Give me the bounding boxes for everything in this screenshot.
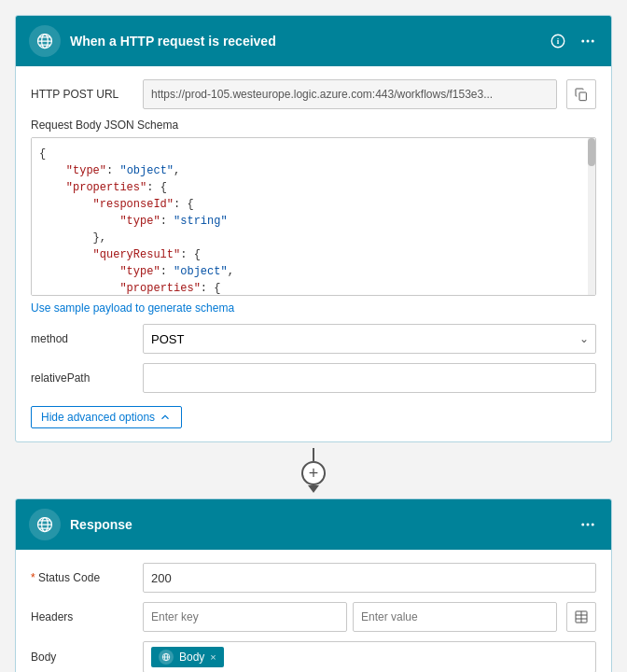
relative-path-label: relativePath: [31, 371, 133, 385]
card2-header: Response: [16, 499, 611, 550]
http-request-card: When a HTTP request is received i: [15, 15, 612, 442]
svg-text:i: i: [557, 36, 560, 46]
info-button[interactable]: i: [548, 31, 568, 51]
svg-point-18: [592, 524, 594, 526]
plus-label: +: [309, 465, 319, 482]
schema-line-4: "responseId": {: [39, 196, 588, 213]
headers-row: Headers: [31, 602, 596, 632]
schema-line-3: "properties": {: [39, 179, 588, 196]
status-code-label: Status Code: [31, 571, 133, 584]
card2-actions: [578, 514, 598, 535]
card2-title: Response: [70, 517, 568, 532]
body-field[interactable]: Body ×: [143, 641, 596, 672]
svg-point-16: [581, 524, 584, 526]
sample-payload-link[interactable]: Use sample payload to generate schema: [31, 301, 234, 315]
schema-line-8: "type": "object",: [39, 263, 588, 280]
body-chip-close[interactable]: ×: [210, 652, 216, 663]
more-button-card1[interactable]: [578, 31, 598, 51]
card1-title: When a HTTP request is received: [70, 34, 538, 49]
globe-icon: [35, 32, 54, 50]
schema-line-2: "type": "object",: [39, 162, 588, 179]
schema-scrollbar-thumb[interactable]: [588, 138, 595, 166]
headers-label: Headers: [31, 610, 133, 623]
body-chip-label: Body: [179, 651, 204, 664]
headers-inputs: [143, 602, 557, 632]
schema-line-6: },: [39, 230, 588, 246]
add-header-button[interactable]: [566, 602, 596, 632]
schema-scrollbar-track: [588, 138, 595, 295]
workflow-canvas: When a HTTP request is received i: [15, 15, 612, 672]
svg-point-17: [587, 524, 590, 526]
schema-line-5: "type": "string": [39, 213, 588, 230]
card1-body: HTTP POST URL https://prod-105.westeurop…: [16, 66, 611, 441]
method-label: method: [31, 332, 133, 345]
body-chip-icon: [159, 650, 174, 665]
connector-line-top: [313, 448, 314, 461]
header-key-input[interactable]: [143, 602, 347, 632]
hide-advanced-button[interactable]: Hide advanced options: [31, 406, 182, 428]
card1-header: When a HTTP request is received i: [16, 16, 611, 66]
schema-line-1: {: [39, 146, 588, 162]
url-label: HTTP POST URL: [31, 88, 133, 101]
svg-point-9: [592, 40, 594, 43]
ellipsis-icon-card2: [579, 516, 596, 533]
svg-rect-10: [579, 92, 586, 101]
url-value: https://prod-105.westeurope.logic.azure.…: [143, 79, 557, 109]
chevron-up-icon: [159, 411, 172, 424]
schema-label: Request Body JSON Schema: [31, 119, 596, 132]
body-row: Body Body ×: [31, 641, 596, 672]
add-action-button[interactable]: +: [301, 461, 326, 485]
relative-path-input[interactable]: [143, 363, 596, 393]
table-icon: [574, 609, 589, 624]
svg-point-8: [587, 40, 590, 43]
schema-line-9: "properties": {: [39, 280, 588, 296]
card1-actions: i: [548, 31, 598, 51]
body-chip: Body ×: [151, 647, 224, 667]
info-icon: i: [550, 33, 566, 49]
method-select-wrapper: GET POST PUT DELETE PATCH ⌄: [143, 324, 596, 354]
hide-advanced-label: Hide advanced options: [41, 411, 155, 424]
status-code-row: Status Code: [31, 563, 596, 593]
connector-arrow: [308, 485, 319, 493]
copy-icon: [574, 87, 589, 102]
response-card: Response Status Code Headers: [15, 498, 612, 672]
schema-line-7: "queryResult": {: [39, 246, 588, 263]
header-value-input[interactable]: [353, 602, 557, 632]
body-chip-globe-icon: [161, 652, 171, 662]
ellipsis-icon: [579, 33, 596, 49]
status-code-input[interactable]: [143, 563, 596, 593]
response-globe-icon: [35, 515, 54, 534]
more-button-card2[interactable]: [578, 514, 598, 535]
method-select[interactable]: GET POST PUT DELETE PATCH: [143, 324, 596, 354]
copy-url-button[interactable]: [566, 79, 596, 109]
card2-icon: [29, 509, 61, 540]
card2-body: Status Code Headers: [16, 550, 611, 672]
card1-icon: [29, 25, 61, 57]
body-label: Body: [31, 651, 133, 664]
schema-editor[interactable]: { "type": "object", "properties": { "res…: [31, 137, 596, 296]
url-row: HTTP POST URL https://prod-105.westeurop…: [31, 79, 596, 109]
add-action-connector: +: [15, 442, 612, 498]
relative-path-row: relativePath: [31, 363, 596, 393]
svg-point-7: [581, 40, 584, 43]
method-row: method GET POST PUT DELETE PATCH ⌄: [31, 324, 596, 354]
